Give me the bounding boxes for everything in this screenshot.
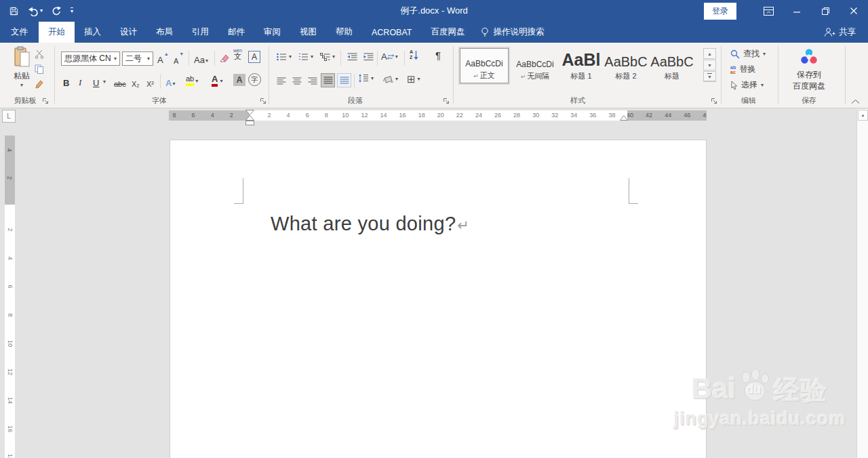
ribbon-display-options-button[interactable] [754, 0, 783, 22]
sort-arrow-icon [414, 50, 418, 60]
font-name-combo[interactable]: 思源黑体 CN ▾ [61, 51, 120, 66]
tab-baidu-netdisk[interactable]: 百度网盘 [422, 22, 475, 43]
enclose-characters-button[interactable]: 字 [248, 73, 261, 86]
borders-button[interactable]: ⊞ ▾ [407, 73, 420, 85]
strikethrough-icon: abc [114, 80, 126, 88]
vertical-scrollbar[interactable]: ▲ [856, 109, 868, 458]
distribute-button[interactable] [337, 73, 351, 87]
align-right-button[interactable] [305, 74, 320, 87]
line-spacing-button[interactable]: ▾ [358, 74, 374, 83]
styles-dialog-launcher[interactable] [711, 98, 717, 104]
asian-layout-button[interactable]: A ▾ [381, 51, 398, 62]
increase-indent-button[interactable] [361, 50, 376, 64]
style-heading2[interactable]: AaBbC 标题 2 [606, 48, 646, 83]
share-button[interactable]: 共享 [824, 22, 868, 43]
tell-me-search[interactable]: 操作说明搜索 [480, 22, 545, 43]
font-size-combo[interactable]: 二号 ▾ [122, 51, 153, 66]
first-line-indent-marker[interactable] [245, 110, 254, 115]
tab-design[interactable]: 设计 [111, 22, 146, 43]
text-effects-button[interactable]: A▾ [165, 75, 175, 88]
highlight-button[interactable]: ab ▾ [186, 75, 198, 86]
paste-caret-icon: ▾ [20, 83, 23, 88]
redo-button[interactable] [52, 6, 62, 16]
replace-button[interactable]: ab ac 替换 [730, 64, 755, 75]
shrink-font-arrow-icon: ▼ [179, 51, 184, 56]
copy-button[interactable] [33, 62, 46, 75]
numbering-caret-icon[interactable]: ▾ [311, 54, 313, 60]
vertical-ruler[interactable]: 42 24681012141618 [5, 136, 15, 458]
undo-caret-icon[interactable]: ▾ [40, 8, 43, 14]
minimize-button[interactable] [783, 0, 811, 22]
save-button[interactable] [9, 6, 19, 16]
select-button[interactable]: 选择 ▾ [730, 79, 764, 91]
tab-help[interactable]: 帮助 [326, 22, 362, 43]
paragraph-dialog-launcher[interactable] [443, 98, 450, 104]
tab-view[interactable]: 视图 [290, 22, 326, 43]
style-heading1[interactable]: AaBl 标题 1 [561, 48, 601, 83]
document-page[interactable] [170, 140, 707, 458]
strikethrough-button[interactable]: abc [114, 75, 126, 88]
superscript-button[interactable]: X² [146, 75, 154, 88]
phonetic-guide-button[interactable]: wén 文 [233, 48, 242, 60]
find-button[interactable]: 查找 ▾ [730, 48, 766, 60]
tab-selector[interactable]: L [2, 110, 16, 123]
save-to-baidu-button[interactable]: 保存到 百度网盘 [780, 47, 838, 92]
styles-gallery-more-button[interactable]: ▼ [703, 71, 716, 82]
cut-button[interactable] [33, 47, 46, 60]
tab-references[interactable]: 引用 [182, 22, 218, 43]
tab-insert[interactable]: 插入 [75, 22, 111, 43]
tab-review[interactable]: 审阅 [254, 22, 290, 43]
shrink-font-button[interactable]: A▼ [174, 51, 184, 65]
collapse-ribbon-button[interactable] [851, 99, 860, 104]
underline-button[interactable]: U [93, 75, 99, 88]
undo-button[interactable]: ▾ [28, 6, 43, 16]
sign-in-button[interactable]: 登录 [704, 3, 736, 20]
subscript-button[interactable]: X₂ [132, 75, 140, 88]
grow-font-button[interactable]: A▲ [157, 51, 169, 65]
restore-button[interactable] [811, 0, 840, 22]
clear-formatting-button[interactable] [217, 51, 232, 65]
bold-button[interactable]: B [63, 75, 69, 88]
font-color-button[interactable]: A ▾ [212, 74, 222, 87]
font-dialog-launcher[interactable] [260, 98, 267, 104]
multilevel-list-button[interactable] [317, 50, 332, 64]
customize-qat-button[interactable]: ▾ [71, 7, 73, 14]
style-title[interactable]: AaBbC 标题 [650, 48, 694, 83]
multilevel-caret-icon[interactable]: ▾ [332, 54, 335, 60]
clipboard-dialog-launcher[interactable] [42, 98, 49, 104]
change-case-button[interactable]: Aa▾ [194, 51, 208, 65]
bullets-button[interactable] [274, 50, 289, 64]
hanging-indent-marker[interactable] [245, 115, 254, 121]
align-left-button[interactable] [274, 74, 289, 87]
tab-mailings[interactable]: 邮件 [218, 22, 254, 43]
decrease-indent-button[interactable] [344, 50, 359, 64]
character-border-button[interactable]: A [248, 51, 260, 63]
style-normal[interactable]: AaBbCcDi ↵正文 [460, 48, 509, 83]
change-case-caret-icon: ▾ [205, 58, 208, 65]
styles-gallery-down-button[interactable]: ▼ [703, 60, 716, 70]
left-indent-marker[interactable] [245, 121, 254, 125]
tab-home[interactable]: 开始 [39, 22, 75, 43]
italic-button[interactable]: I [79, 75, 81, 88]
document-text[interactable]: What are you doing?↵ [271, 213, 469, 235]
styles-gallery-up-button[interactable]: ▲ [703, 48, 716, 59]
numbering-button[interactable] [296, 50, 311, 64]
tab-layout[interactable]: 布局 [146, 22, 182, 43]
select-cursor-icon [730, 81, 738, 90]
right-indent-marker[interactable] [620, 115, 628, 121]
tab-acrobat[interactable]: ACROBAT [362, 22, 422, 43]
character-shading-button[interactable]: A [233, 74, 245, 86]
tab-file[interactable]: 文件 [0, 22, 39, 43]
format-painter-button[interactable] [33, 77, 46, 90]
close-button[interactable] [840, 0, 868, 22]
underline-caret-icon[interactable]: ▾ [103, 79, 106, 85]
shading-button[interactable]: ▾ [382, 74, 398, 84]
bullets-caret-icon[interactable]: ▾ [289, 54, 292, 60]
align-center-button[interactable] [290, 74, 304, 87]
sort-button[interactable]: A Z [410, 49, 418, 60]
style-no-spacing[interactable]: AaBbCcDi ↵无间隔 [513, 48, 557, 83]
show-hide-marks-button[interactable]: ¶ [435, 49, 441, 61]
undo-icon [28, 6, 39, 16]
scroll-up-button[interactable]: ▲ [858, 110, 868, 121]
justify-button[interactable] [321, 73, 335, 87]
